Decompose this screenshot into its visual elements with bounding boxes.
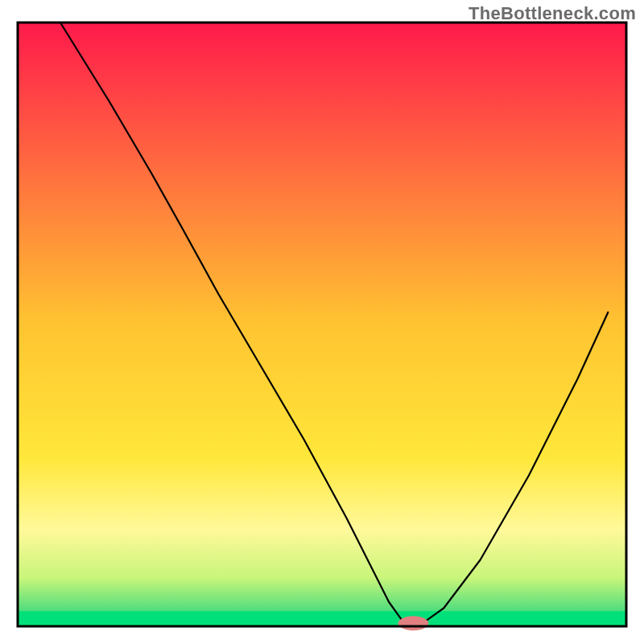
optimal-marker	[398, 616, 429, 630]
chart-container: TheBottleneck.com	[0, 0, 644, 644]
bottleneck-chart	[0, 0, 644, 644]
watermark-text: TheBottleneck.com	[469, 3, 636, 24]
background-gradient	[18, 23, 626, 626]
plot-area	[18, 23, 626, 630]
bottom-green-band	[18, 611, 626, 626]
